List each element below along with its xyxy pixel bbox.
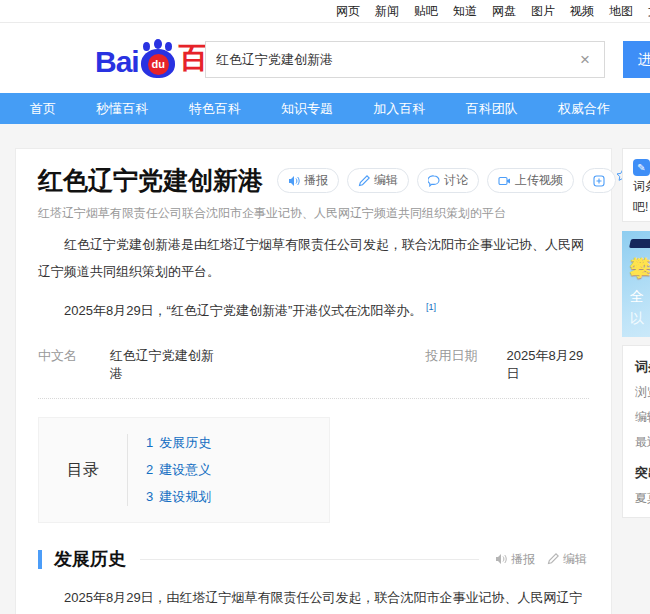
speak-label: 播报 bbox=[511, 551, 535, 568]
edit-invite-box[interactable]: ✎ 词条 吧! bbox=[622, 148, 650, 222]
edit-badge-icon: ✎ bbox=[633, 159, 650, 176]
toc-item-number: 3 bbox=[146, 489, 153, 504]
topnav-news[interactable]: 新闻 bbox=[375, 3, 399, 20]
lead-paragraph-text: 红色辽宁党建创新港是由红塔辽宁烟草有限责任公司发起，联合沈阳市企事业记协、人民网… bbox=[38, 237, 584, 279]
reference-link[interactable]: [1] bbox=[426, 302, 436, 312]
infobox-value: 红色辽宁党建创新港 bbox=[110, 347, 218, 383]
toc-item-number: 1 bbox=[146, 435, 153, 450]
plus-icon bbox=[593, 175, 605, 187]
toc-item-history[interactable]: 1发展历史 bbox=[146, 434, 211, 452]
nav-miaodong[interactable]: 秒懂百科 bbox=[96, 100, 148, 118]
baidu-paw-icon: du bbox=[140, 39, 176, 79]
toc-item-planning[interactable]: 3建设规划 bbox=[146, 488, 211, 506]
infobox-label: 投用日期 bbox=[426, 347, 507, 383]
right-rail: ✎ 词条 吧! 攀 全 以 词条 浏览 编辑 最近 突出 夏莫 bbox=[622, 148, 650, 518]
divider bbox=[140, 559, 479, 560]
stats-row: 最近 bbox=[635, 434, 650, 451]
header: Bai du 百科 × 进入词条 bbox=[0, 23, 650, 93]
nav-quanwei[interactable]: 权威合作 bbox=[558, 100, 610, 118]
infobox-item-chinese-name: 中文名 红色辽宁党建创新港 bbox=[38, 347, 218, 383]
banner-logo-icon bbox=[629, 239, 650, 248]
entry-card: 红色辽宁党建创新港 播报 编辑 讨论 上传视频 bbox=[15, 148, 612, 614]
section-header-history: 发展历史 播报 编辑 bbox=[38, 547, 589, 571]
topnav-netdisk[interactable]: 网盘 bbox=[492, 3, 516, 20]
topnav-webpage[interactable]: 网页 bbox=[336, 3, 360, 20]
pencil-icon bbox=[547, 553, 559, 565]
search-area: × 进入词条 bbox=[205, 41, 650, 78]
edit-invite-text: 吧! bbox=[633, 197, 650, 218]
infobox-item-launch-date: 投用日期 2025年8月29日 bbox=[426, 347, 590, 383]
topnav-zhidao[interactable]: 知道 bbox=[453, 3, 477, 20]
search-input[interactable] bbox=[216, 52, 576, 67]
nav-zhishi[interactable]: 知识专题 bbox=[281, 100, 333, 118]
enter-entry-button[interactable]: 进入词条 bbox=[623, 41, 650, 78]
topnav-tieba[interactable]: 贴吧 bbox=[414, 3, 438, 20]
lead-paragraph: 红色辽宁党建创新港是由红塔辽宁烟草有限责任公司发起，联合沈阳市企事业记协、人民网… bbox=[38, 231, 589, 285]
upload-video-label: 上传视频 bbox=[515, 172, 563, 189]
nav-join[interactable]: 加入百科 bbox=[373, 100, 425, 118]
edit-label: 编辑 bbox=[563, 551, 587, 568]
top-utility-nav: 网页 新闻 贴吧 知道 网盘 图片 视频 地图 文库 bbox=[0, 0, 650, 23]
infobox-label: 中文名 bbox=[38, 347, 110, 383]
toc-item-label: 发展历史 bbox=[159, 435, 211, 450]
section-speak-button[interactable]: 播报 bbox=[495, 551, 535, 568]
toc-item-label: 建设意义 bbox=[159, 462, 211, 477]
speaker-icon bbox=[288, 175, 300, 187]
contributor-name[interactable]: 夏莫 bbox=[635, 490, 650, 507]
stats-row: 编辑 bbox=[635, 409, 650, 426]
speaker-icon bbox=[495, 553, 507, 565]
speak-label: 播报 bbox=[304, 172, 328, 189]
logo-bai-text: Bai bbox=[95, 45, 139, 79]
table-of-contents: 目录 1发展历史 2建设意义 3建设规划 bbox=[38, 417, 330, 523]
banner-text: 以 bbox=[630, 310, 650, 328]
video-camera-icon bbox=[498, 175, 511, 187]
clear-search-icon[interactable]: × bbox=[576, 50, 594, 70]
banner-text: 全 bbox=[630, 288, 650, 306]
edit-invite-text: 词条 bbox=[633, 176, 650, 197]
basic-infobox: 中文名 红色辽宁党建创新港 投用日期 2025年8月29日 bbox=[38, 338, 589, 399]
infobox-value: 2025年8月29日 bbox=[507, 347, 590, 383]
banner-headline: 攀 bbox=[630, 254, 650, 282]
nav-tese[interactable]: 特色百科 bbox=[189, 100, 241, 118]
toc-item-significance[interactable]: 2建设意义 bbox=[146, 461, 211, 479]
topnav-maps[interactable]: 地图 bbox=[609, 3, 633, 20]
channel-nav: 首页 秒懂百科 特色百科 知识专题 加入百科 百科团队 权威合作 bbox=[0, 93, 650, 124]
summary-caption: 红塔辽宁烟草有限责任公司联合沈阳市企事业记协、人民网辽宁频道共同组织策划的平台 bbox=[38, 205, 589, 222]
contributors-header: 突出 bbox=[635, 464, 650, 482]
discuss-label: 讨论 bbox=[444, 172, 468, 189]
promo-banner[interactable]: 攀 全 以 bbox=[622, 231, 650, 337]
pencil-icon bbox=[358, 175, 370, 187]
stats-header: 词条 bbox=[635, 358, 650, 376]
discuss-button[interactable]: 讨论 bbox=[417, 168, 479, 193]
lead-paragraph-text: 2025年8月29日，“红色辽宁党建创新港”开港仪式在沈阳举办。 bbox=[64, 303, 422, 318]
topnav-video[interactable]: 视频 bbox=[570, 3, 594, 20]
add-button[interactable] bbox=[582, 168, 616, 193]
nav-team[interactable]: 百科团队 bbox=[466, 100, 518, 118]
title-row: 红色辽宁党建创新港 播报 编辑 讨论 上传视频 bbox=[38, 165, 589, 195]
title-actions: 播报 编辑 讨论 上传视频 bbox=[277, 168, 616, 193]
edit-button[interactable]: 编辑 bbox=[347, 168, 409, 193]
upload-video-button[interactable]: 上传视频 bbox=[487, 168, 574, 193]
page-title: 红色辽宁党建创新港 bbox=[38, 165, 263, 195]
toc-title: 目录 bbox=[39, 434, 127, 506]
edit-label: 编辑 bbox=[374, 172, 398, 189]
entry-stats-box: 词条 浏览 编辑 最近 突出 夏莫 bbox=[622, 345, 650, 518]
section-title: 发展历史 bbox=[54, 547, 126, 571]
search-box: × bbox=[205, 41, 605, 78]
speak-button[interactable]: 播报 bbox=[277, 168, 339, 193]
chat-icon bbox=[428, 175, 440, 187]
stats-row: 浏览 bbox=[635, 384, 650, 401]
toc-item-label: 建设规划 bbox=[159, 489, 211, 504]
toc-item-number: 2 bbox=[146, 462, 153, 477]
section-paragraph: 2025年8月29日，由红塔辽宁烟草有限责任公司发起，联合沈阳市企事业记协、人民… bbox=[38, 584, 589, 614]
topnav-images[interactable]: 图片 bbox=[531, 3, 555, 20]
section-paragraph-text: 2025年8月29日，由红塔辽宁烟草有限责任公司发起，联合沈阳市企事业记协、人民… bbox=[38, 590, 583, 614]
section-accent-bar bbox=[38, 550, 42, 569]
nav-home[interactable]: 首页 bbox=[30, 100, 56, 118]
lead-paragraph: 2025年8月29日，“红色辽宁党建创新港”开港仪式在沈阳举办。 [1] bbox=[38, 294, 589, 324]
section-edit-button[interactable]: 编辑 bbox=[547, 551, 587, 568]
